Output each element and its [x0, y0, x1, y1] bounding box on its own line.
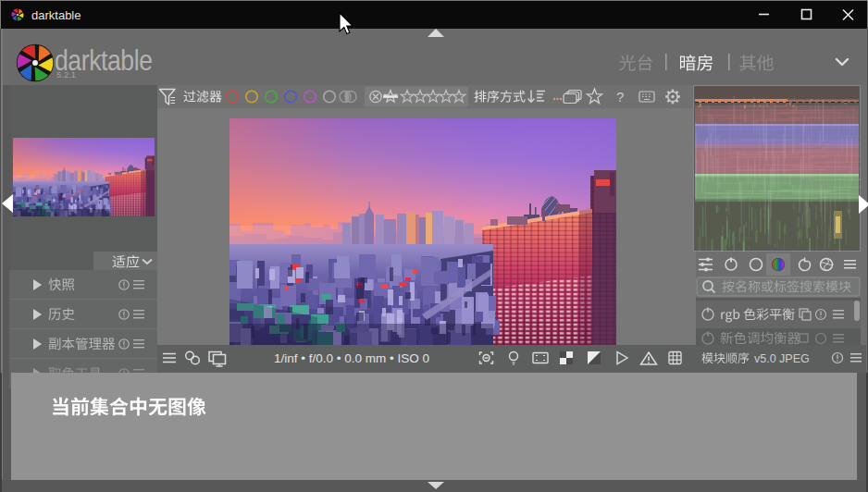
svg-text:v5.0 JPEG: v5.0 JPEG — [754, 352, 810, 365]
svg-text:?: ? — [616, 89, 624, 105]
svg-text:1/inf • f/0.0 • 0.0 mm • ISO 0: 1/inf • f/0.0 • 0.0 mm • ISO 0 — [274, 351, 429, 365]
